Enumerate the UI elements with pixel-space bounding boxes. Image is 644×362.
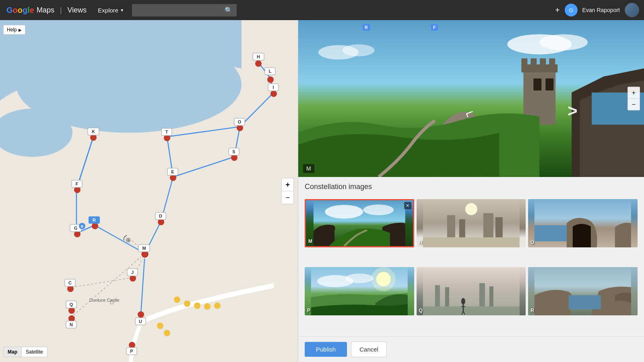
svg-rect-10 xyxy=(549,58,555,66)
pano-marker-f: F xyxy=(431,24,438,31)
marker-n-label: N xyxy=(70,322,73,327)
thumbnail-n-label: N xyxy=(419,240,423,245)
pano-view: ⌐ > R F M + − xyxy=(298,20,644,177)
svg-rect-9 xyxy=(540,58,546,66)
thumbnail-grid: ✕ xyxy=(298,199,644,336)
dash-j-c xyxy=(70,278,133,288)
cursor-crosshair: ⊕ xyxy=(126,237,131,243)
avatar-image xyxy=(625,3,639,17)
marker-r-dot[interactable] xyxy=(92,223,98,229)
right-panel: ⌐ > R F M + − Constellation images ✕ xyxy=(298,20,644,362)
action-bar: Publish Cancel xyxy=(298,336,644,362)
svg-rect-20 xyxy=(447,215,455,239)
map-zoom-in-button[interactable]: + xyxy=(282,179,293,191)
thumbnail-o[interactable]: O xyxy=(528,199,638,247)
user-name: Evan Rapoport xyxy=(582,7,620,13)
yellow-dot-5 xyxy=(214,302,221,309)
marker-t-label: T xyxy=(165,130,168,134)
cancel-button[interactable]: Cancel xyxy=(351,341,387,357)
svg-rect-21 xyxy=(459,219,465,239)
svg-point-2 xyxy=(539,34,588,50)
svg-rect-23 xyxy=(495,217,502,239)
explore-button[interactable]: Explore ▼ xyxy=(93,7,129,14)
svg-point-17 xyxy=(325,205,363,218)
header: Google Maps | Views Explore ▼ 🔍 + ⊙ Evan… xyxy=(0,0,644,20)
svg-rect-7 xyxy=(521,58,527,66)
line-o-t xyxy=(167,127,240,137)
thumb-o-svg xyxy=(528,199,638,247)
maps-label: Maps xyxy=(37,6,54,14)
search-button[interactable]: 🔍 xyxy=(221,4,237,16)
thumb-n-svg xyxy=(417,199,526,247)
svg-rect-24 xyxy=(423,237,519,247)
marker-g-label: G xyxy=(74,226,78,230)
thumbnail-p-label: P xyxy=(307,308,310,313)
svg-point-32 xyxy=(345,274,374,283)
marker-h-label: H xyxy=(257,54,260,59)
map-zoom-out-button[interactable]: − xyxy=(282,191,293,204)
marker-h-dot[interactable] xyxy=(255,60,262,67)
pano-view-label: M xyxy=(303,164,314,173)
thumb-p-svg xyxy=(305,267,414,315)
marker-k-label: K xyxy=(92,129,95,134)
map-area[interactable]: Help ▶ xyxy=(0,20,298,362)
camera-icon: ⊙ xyxy=(569,7,574,13)
marker-u-dot[interactable] xyxy=(138,311,144,318)
svg-text:>: > xyxy=(568,101,578,120)
search-box: 🔍 xyxy=(132,4,237,16)
marker-p-label: P xyxy=(130,349,133,354)
thumbnail-o-label: O xyxy=(530,240,534,245)
avatar[interactable] xyxy=(625,3,639,17)
yellow-dot-7 xyxy=(164,330,170,336)
road-south xyxy=(131,322,141,362)
thumbnail-r-label: R xyxy=(530,308,534,313)
map-svg: H L I K F O T S E G xyxy=(0,20,298,362)
publish-button[interactable]: Publish xyxy=(305,342,347,357)
marker-r-label: R xyxy=(93,218,96,222)
dash-m-n xyxy=(70,253,145,318)
add-icon[interactable]: + xyxy=(555,6,560,15)
thumbnail-p[interactable]: P xyxy=(305,267,414,315)
svg-rect-12 xyxy=(545,78,553,90)
search-input[interactable] xyxy=(132,4,221,16)
svg-point-18 xyxy=(363,204,394,215)
thumbnail-q[interactable]: Q xyxy=(417,267,526,315)
svg-point-25 xyxy=(465,203,477,215)
marker-b-label: B xyxy=(81,224,84,228)
marker-s-label: S xyxy=(232,149,235,154)
thumb-m-svg xyxy=(306,200,413,246)
help-button[interactable]: Help ▶ xyxy=(3,25,25,35)
marker-l-dot[interactable] xyxy=(267,76,274,83)
svg-rect-22 xyxy=(483,213,493,239)
marker-c-label: C xyxy=(68,280,72,285)
line-m-u xyxy=(141,253,145,314)
dunluce-label: Dunluce Castle xyxy=(89,298,120,302)
svg-rect-45 xyxy=(569,295,601,309)
constellation-section: Constellation images xyxy=(298,177,644,199)
svg-rect-27 xyxy=(535,225,567,241)
divider-pipe: | xyxy=(60,6,62,14)
thumbnail-r[interactable]: R xyxy=(528,267,638,315)
thumbnail-m-label: M xyxy=(308,239,312,244)
logo: Google Maps | Views xyxy=(0,6,93,15)
line-s-e xyxy=(173,157,234,177)
thumbnail-m-close[interactable]: ✕ xyxy=(404,202,411,209)
thumbnail-n[interactable]: N xyxy=(417,199,526,247)
svg-point-4 xyxy=(343,44,375,56)
map-type-satellite-button[interactable]: Satellite xyxy=(22,347,47,357)
svg-rect-8 xyxy=(530,58,537,66)
views-label: Views xyxy=(68,6,87,14)
pano-zoom-in-button[interactable]: + xyxy=(628,87,640,99)
pano-zoom-out-button[interactable]: − xyxy=(628,99,640,110)
explore-dropdown-arrow: ▼ xyxy=(120,8,124,12)
yellow-dot-6 xyxy=(157,323,163,329)
thumbnail-m[interactable]: ✕ xyxy=(305,199,414,247)
pano-marker-r: R xyxy=(363,24,370,31)
camera-icon-button[interactable]: ⊙ xyxy=(565,4,578,16)
map-type-map-button[interactable]: Map xyxy=(4,347,21,357)
line-down-o xyxy=(240,93,274,127)
yellow-dot-2 xyxy=(184,300,190,307)
yellow-dot-3 xyxy=(194,302,200,309)
explore-label: Explore xyxy=(98,7,118,14)
marker-i-dot[interactable] xyxy=(270,90,277,97)
